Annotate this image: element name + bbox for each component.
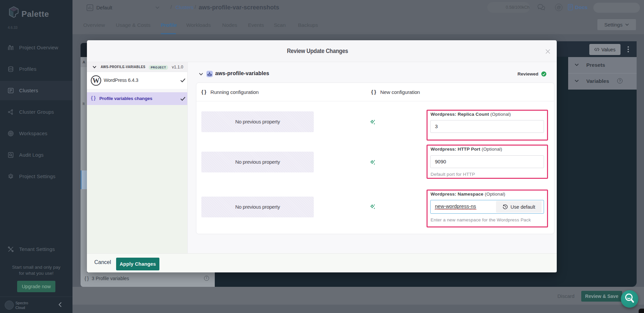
svg-text:W: W	[93, 76, 100, 85]
